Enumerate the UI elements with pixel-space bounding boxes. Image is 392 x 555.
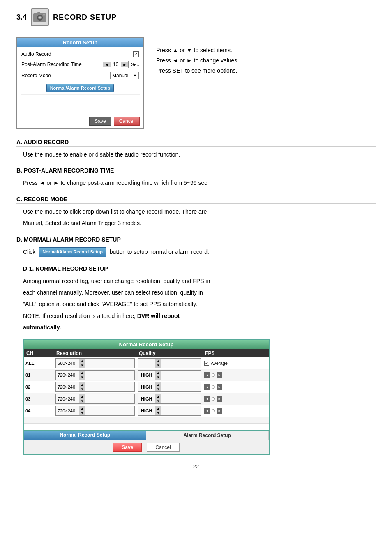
fps-dot-04 xyxy=(212,409,215,412)
section-d1-bold1: DVR will reboot xyxy=(137,313,180,319)
dialog-title-bar: Record Setup xyxy=(17,38,143,47)
nrs-tab-alarm[interactable]: Alarm Record Setup xyxy=(146,431,269,440)
quality-box-02[interactable]: HIGH ▲ ▼ xyxy=(138,382,201,392)
quality-val-03: HIGH xyxy=(138,396,155,402)
post-alarm-value: ◄ 10 ► Sec xyxy=(103,61,139,68)
quality-spin-01[interactable]: ▲ ▼ xyxy=(155,371,161,380)
audio-record-row: Audio Record ✓ xyxy=(21,50,140,59)
fps-left-02[interactable]: ◄ xyxy=(204,384,210,390)
fps-right-01[interactable]: ► xyxy=(217,372,222,378)
res-up-04[interactable]: ▲ xyxy=(79,406,85,411)
quality-val-04: HIGH xyxy=(138,408,155,414)
res-spin-04[interactable]: ▲ ▼ xyxy=(79,406,85,415)
res-box-all[interactable]: 560×240 ▲ ▼ xyxy=(55,358,135,368)
section-c-text2: Manual, Schedule and Alarm Trigger 3 mod… xyxy=(23,219,369,228)
quality-down-01[interactable]: ▼ xyxy=(155,375,161,380)
record-setup-dialog: Record Setup Audio Record ✓ Post-Alarm R… xyxy=(16,37,144,129)
res-box-03[interactable]: 720×240 ▲ ▼ xyxy=(55,394,135,404)
instruction-line3: Press SET to see more options. xyxy=(156,66,239,76)
res-down-arrow[interactable]: ▼ xyxy=(79,363,85,368)
res-up-03[interactable]: ▲ xyxy=(79,394,85,399)
average-label: Average xyxy=(211,361,228,366)
quality-up-04[interactable]: ▲ xyxy=(155,406,161,411)
res-spin-all[interactable]: ▲ ▼ xyxy=(79,359,85,368)
res-spin-03[interactable]: ▲ ▼ xyxy=(79,394,85,403)
res-box-04[interactable]: 720×240 ▲ ▼ xyxy=(55,406,135,416)
res-up-arrow[interactable]: ▲ xyxy=(79,359,85,363)
nrs-tab-normal[interactable]: Normal Record Setup xyxy=(24,431,146,440)
row-ch-03: 03 xyxy=(25,396,30,401)
post-alarm-spinner[interactable]: ◄ 10 ► xyxy=(103,61,129,68)
normal-alarm-record-setup-button[interactable]: Normal/Alarm Record Setup xyxy=(46,84,114,92)
quality-up-arrow[interactable]: ▲ xyxy=(155,359,161,363)
spinner-left-arrow[interactable]: ◄ xyxy=(103,62,111,67)
nrs-cancel-button[interactable]: Cancel xyxy=(147,443,179,452)
save-button[interactable]: Save xyxy=(89,117,111,126)
fps-left-01[interactable]: ◄ xyxy=(204,372,210,378)
svg-point-5 xyxy=(43,14,45,16)
section-d1-text4: NOTE: If record resolution is altered in… xyxy=(23,311,369,320)
cancel-button[interactable]: Cancel xyxy=(114,117,140,126)
dialog-footer: Save Cancel xyxy=(17,114,143,128)
res-up-01[interactable]: ▲ xyxy=(79,371,85,375)
fps-left-04[interactable]: ◄ xyxy=(204,408,210,414)
quality-down-arrow[interactable]: ▼ xyxy=(155,363,161,368)
record-mode-dropdown[interactable]: Manual ▼ xyxy=(110,72,139,79)
res-down-04[interactable]: ▼ xyxy=(79,411,85,415)
dropdown-arrow-icon: ▼ xyxy=(133,74,137,78)
nrs-title-bar: Normal Record Setup xyxy=(24,340,269,349)
section-d1-body: Among normal record tag, user can change… xyxy=(16,276,376,332)
res-down-01[interactable]: ▼ xyxy=(79,375,85,380)
fps-right-02[interactable]: ► xyxy=(217,384,222,390)
audio-record-value[interactable]: ✓ xyxy=(133,51,139,57)
quality-down-04[interactable]: ▼ xyxy=(155,411,161,415)
record-mode-value[interactable]: Manual ▼ xyxy=(110,72,139,79)
quality-spin-all[interactable]: ▲ ▼ xyxy=(155,359,161,368)
average-check[interactable]: ✓ xyxy=(204,361,209,366)
instruction-line1: Press ▲ or ▼ to select items. xyxy=(156,45,239,55)
spacer-row xyxy=(24,417,269,423)
audio-record-label: Audio Record xyxy=(21,51,133,57)
quality-box-all[interactable]: ▲ ▼ xyxy=(138,358,201,368)
res-down-02[interactable]: ▼ xyxy=(79,387,85,391)
row-ch-all: ALL xyxy=(25,361,34,366)
fps-dot-01 xyxy=(212,373,215,377)
section-b-heading: B. POST-ALARM RECORDING TIME xyxy=(16,167,376,175)
page-title: RECORD SETUP xyxy=(53,13,117,22)
res-box-02[interactable]: 720×240 ▲ ▼ xyxy=(55,382,135,392)
quality-box-01[interactable]: HIGH ▲ ▼ xyxy=(138,370,201,380)
quality-val-01: HIGH xyxy=(138,372,155,378)
quality-down-03[interactable]: ▼ xyxy=(155,399,161,403)
section-d: D. MORMAL/ ALARM RECORD SETUP Click Norm… xyxy=(16,236,376,257)
quality-spin-04[interactable]: ▲ ▼ xyxy=(155,406,161,415)
res-box-01[interactable]: 720×240 ▲ ▼ xyxy=(55,370,135,380)
spacer-row xyxy=(24,423,269,430)
quality-down-02[interactable]: ▼ xyxy=(155,387,161,391)
quality-box-04[interactable]: HIGH ▲ ▼ xyxy=(138,406,201,416)
res-up-02[interactable]: ▲ xyxy=(79,382,85,387)
fps-right-03[interactable]: ► xyxy=(217,396,222,402)
row-ch-04: 04 xyxy=(25,408,30,413)
res-val-01: 720×240 xyxy=(56,372,79,378)
quality-up-03[interactable]: ▲ xyxy=(155,394,161,399)
instruction-line2: Press ◄ or ► to change values. xyxy=(156,55,239,66)
spinner-right-arrow[interactable]: ► xyxy=(121,62,128,67)
average-checkbox: ✓ Average xyxy=(204,361,267,366)
res-spin-02[interactable]: ▲ ▼ xyxy=(79,382,85,391)
res-spin-01[interactable]: ▲ ▼ xyxy=(79,371,85,380)
quality-box-03[interactable]: HIGH ▲ ▼ xyxy=(138,394,201,404)
row-ch-02: 02 xyxy=(25,385,30,389)
inline-normal-alarm-btn[interactable]: Normal/Alarm Record Setup xyxy=(39,247,106,257)
quality-up-01[interactable]: ▲ xyxy=(155,371,161,375)
quality-up-02[interactable]: ▲ xyxy=(155,382,161,387)
fps-right-04[interactable]: ► xyxy=(217,408,222,414)
nrs-save-button[interactable]: Save xyxy=(113,443,142,452)
section-b: B. POST-ALARM RECORDING TIME Press ◄ or … xyxy=(16,167,376,187)
quality-spin-02[interactable]: ▲ ▼ xyxy=(155,382,161,391)
section-d-text: Click Normal/Alarm Record Setup button t… xyxy=(23,247,369,257)
quality-spin-03[interactable]: ▲ ▼ xyxy=(155,394,161,403)
audio-record-checkbox[interactable]: ✓ xyxy=(133,51,139,57)
fps-left-03[interactable]: ◄ xyxy=(204,396,210,402)
record-mode-row: Record Mode Manual ▼ xyxy=(21,70,140,81)
res-down-03[interactable]: ▼ xyxy=(79,399,85,403)
